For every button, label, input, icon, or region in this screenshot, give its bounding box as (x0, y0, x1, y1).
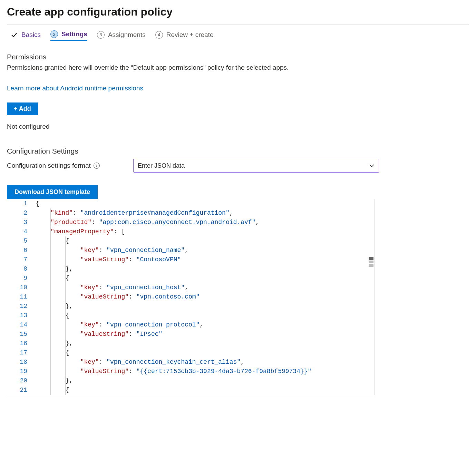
step-number-badge: 4 (155, 31, 163, 39)
code-content[interactable]: "valueString": "IPsec" (33, 330, 374, 339)
step-label: Basics (21, 31, 41, 39)
code-line[interactable]: 19 "valueString": "{{cert:7153cb3b-3929-… (7, 367, 374, 376)
code-content[interactable]: "key": "vpn_connection_keychain_cert_ali… (33, 358, 374, 367)
config-format-select[interactable]: Enter JSON data (133, 159, 379, 173)
code-line[interactable]: 7 "valueString": "ContosoVPN" (7, 255, 374, 264)
config-format-label: Configuration settings format (7, 162, 91, 169)
permissions-description: Permissions granted here will override t… (7, 64, 469, 71)
config-settings-heading: Configuration Settings (7, 147, 469, 155)
line-number: 7 (7, 255, 33, 264)
wizard-step-review-create[interactable]: 4Review + create (155, 31, 214, 39)
code-line[interactable]: 14 "key": "vpn_connection_protocol", (7, 320, 374, 330)
step-label: Settings (61, 30, 87, 38)
code-line[interactable]: 13 { (7, 311, 374, 320)
code-content[interactable]: "productId": "app:com.cisco.anyconnect.v… (33, 218, 374, 227)
wizard-step-settings[interactable]: 2Settings (50, 30, 87, 41)
line-number: 21 (7, 385, 33, 395)
permissions-heading: Permissions (7, 53, 469, 61)
code-content[interactable]: "valueString": "{{cert:7153cb3b-3929-4da… (33, 367, 374, 376)
download-json-template-button[interactable]: Download JSON template (7, 185, 98, 199)
code-line[interactable]: 21 { (7, 385, 374, 395)
line-number: 19 (7, 367, 33, 376)
line-number: 17 (7, 348, 33, 358)
wizard-steps: Basics2Settings3Assignments4Review + cre… (7, 28, 469, 44)
learn-more-link[interactable]: Learn more about Android runtime permiss… (7, 85, 143, 92)
check-icon (10, 31, 18, 39)
line-number: 2 (7, 208, 33, 218)
code-content[interactable]: { (33, 199, 374, 208)
code-content[interactable]: }, (33, 264, 374, 274)
code-line[interactable]: 3 "productId": "app:com.cisco.anyconnect… (7, 218, 374, 227)
line-number: 16 (7, 339, 33, 348)
code-content[interactable]: { (33, 348, 374, 358)
code-content[interactable]: "key": "vpn_connection_name", (33, 246, 374, 255)
code-line[interactable]: 12 }, (7, 302, 374, 311)
code-line[interactable]: 8 }, (7, 264, 374, 274)
code-line[interactable]: 11 "valueString": "vpn.contoso.com" (7, 292, 374, 302)
line-number: 5 (7, 236, 33, 246)
code-content[interactable]: { (33, 274, 374, 283)
json-editor[interactable]: 1{2 "kind": "androidenterprise#managedCo… (7, 199, 375, 395)
page-title: Create app configuration policy (7, 6, 469, 18)
step-label: Review + create (166, 31, 214, 39)
line-number: 18 (7, 358, 33, 367)
code-line[interactable]: 1{ (7, 199, 374, 208)
line-number: 1 (7, 199, 33, 208)
code-content[interactable]: "kind": "androidenterprise#managedConfig… (33, 208, 374, 218)
line-number: 3 (7, 218, 33, 227)
code-content[interactable]: "key": "vpn_connection_protocol", (33, 320, 374, 330)
code-line[interactable]: 9 { (7, 274, 374, 283)
code-line[interactable]: 6 "key": "vpn_connection_name", (7, 246, 374, 255)
line-number: 12 (7, 302, 33, 311)
line-number: 6 (7, 246, 33, 255)
line-number: 10 (7, 283, 33, 292)
code-content[interactable]: "key": "vpn_connection_host", (33, 283, 374, 292)
code-line[interactable]: 18 "key": "vpn_connection_keychain_cert_… (7, 358, 374, 367)
code-content[interactable]: { (33, 236, 374, 246)
wizard-step-basics[interactable]: Basics (10, 31, 41, 39)
info-icon[interactable]: i (94, 163, 100, 169)
line-number: 11 (7, 292, 33, 302)
permissions-status: Not configured (7, 123, 469, 130)
chevron-down-icon (369, 163, 375, 168)
code-line[interactable]: 20 }, (7, 376, 374, 385)
code-content[interactable]: "valueString": "vpn.contoso.com" (33, 292, 374, 302)
code-line[interactable]: 15 "valueString": "IPsec" (7, 330, 374, 339)
add-permission-button[interactable]: + Add (7, 102, 38, 115)
config-format-value: Enter JSON data (138, 162, 185, 169)
code-content[interactable]: }, (33, 339, 374, 348)
code-line[interactable]: 17 { (7, 348, 374, 358)
code-line[interactable]: 5 { (7, 236, 374, 246)
code-content[interactable]: }, (33, 302, 374, 311)
wizard-step-assignments[interactable]: 3Assignments (97, 31, 146, 39)
line-number: 14 (7, 320, 33, 330)
code-content[interactable]: { (33, 311, 374, 320)
code-content[interactable]: }, (33, 376, 374, 385)
line-number: 15 (7, 330, 33, 339)
divider (7, 25, 469, 25)
line-number: 8 (7, 264, 33, 274)
step-number-badge: 3 (97, 31, 105, 39)
step-label: Assignments (108, 31, 146, 39)
code-content[interactable]: "valueString": "ContosoVPN" (33, 255, 374, 264)
code-line[interactable]: 16 }, (7, 339, 374, 348)
code-line[interactable]: 2 "kind": "androidenterprise#managedConf… (7, 208, 374, 218)
code-content[interactable]: "managedProperty": [ (33, 227, 374, 236)
line-number: 4 (7, 227, 33, 236)
code-line[interactable]: 10 "key": "vpn_connection_host", (7, 283, 374, 292)
line-number: 13 (7, 311, 33, 320)
code-line[interactable]: 4 "managedProperty": [ (7, 227, 374, 236)
step-number-badge: 2 (50, 30, 58, 38)
line-number: 20 (7, 376, 33, 385)
line-number: 9 (7, 274, 33, 283)
code-content[interactable]: { (33, 385, 374, 395)
